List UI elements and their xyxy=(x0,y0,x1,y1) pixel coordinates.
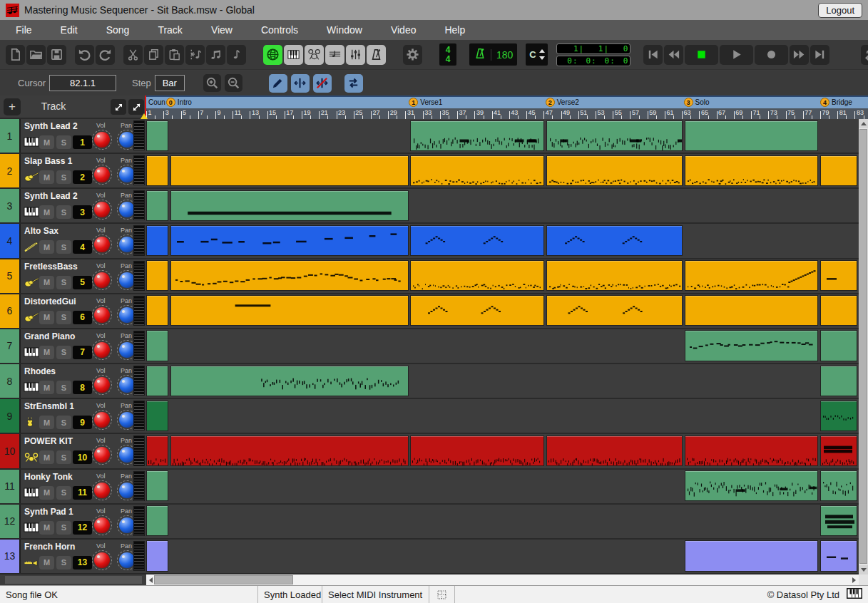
arrangement-row-6[interactable] xyxy=(146,294,859,329)
go-end-button[interactable] xyxy=(810,45,829,65)
volume-knob[interactable] xyxy=(92,375,112,395)
track-name[interactable]: Synth Pad 1 xyxy=(24,507,73,517)
caret-up-icon[interactable] xyxy=(539,49,545,53)
volume-knob[interactable] xyxy=(92,410,112,430)
clip-track9-2[interactable] xyxy=(820,401,857,431)
track-name[interactable]: StrEnsmbl 1 xyxy=(24,401,74,411)
clip-track13-2[interactable] xyxy=(685,540,818,571)
menu-item-video[interactable]: Video xyxy=(381,21,427,38)
clip-track1-2[interactable] xyxy=(410,120,544,151)
track-name[interactable]: Synth Lead 2 xyxy=(24,121,78,131)
section-marker-bridge[interactable]: 4Bridge xyxy=(820,98,852,107)
track-color-strip[interactable]: 12 xyxy=(0,505,21,538)
clip-track7-3[interactable] xyxy=(820,330,857,361)
stop-button[interactable] xyxy=(685,45,718,65)
solo-button[interactable]: S xyxy=(56,381,71,394)
volume-knob[interactable] xyxy=(92,165,112,185)
clip-track12-1[interactable] xyxy=(146,505,168,536)
track-color-strip[interactable]: 8 xyxy=(0,364,21,398)
menu-item-help[interactable]: Help xyxy=(434,21,475,38)
solo-button[interactable]: S xyxy=(56,276,71,289)
mute-button[interactable]: M xyxy=(39,240,54,254)
clip-track3-2[interactable] xyxy=(170,190,409,221)
volume-knob[interactable] xyxy=(92,445,112,465)
track-name[interactable]: Slap Bass 1 xyxy=(24,156,72,166)
clip-track7-2[interactable] xyxy=(685,330,818,361)
menu-item-controls[interactable]: Controls xyxy=(251,21,308,38)
track-row-9[interactable]: 9StrEnsmbl 1MS9VolPan xyxy=(0,399,146,434)
menu-item-view[interactable]: View xyxy=(201,21,242,38)
clip-track6-5[interactable] xyxy=(685,295,818,326)
playhead-flag[interactable] xyxy=(141,113,148,119)
clip-track2-6[interactable] xyxy=(820,155,857,186)
volume-knob[interactable] xyxy=(92,480,112,500)
section-marker-strip[interactable]: Coun 0Intro1Verse12Verse23Solo4Bridge xyxy=(146,96,868,108)
track-row-7[interactable]: 7Grand PianoMS7VolPan xyxy=(0,329,146,364)
solo-button[interactable]: S xyxy=(56,346,71,359)
caret-down-icon[interactable] xyxy=(539,56,545,60)
track-color-strip[interactable]: 6 xyxy=(0,294,21,328)
solo-button[interactable]: S xyxy=(56,521,71,535)
track-row-11[interactable]: 11Honky TonkMS11VolPan xyxy=(0,470,146,505)
zoom-in-button[interactable] xyxy=(203,74,221,92)
menu-item-edit[interactable]: Edit xyxy=(51,21,88,38)
volume-knob[interactable] xyxy=(92,340,112,360)
mute-button[interactable]: M xyxy=(39,556,54,570)
clip-track2-3[interactable] xyxy=(410,155,544,186)
expand-tracks-button[interactable] xyxy=(111,99,126,115)
step-input[interactable]: Bar xyxy=(155,75,185,91)
metronome-button[interactable] xyxy=(367,45,386,65)
clip-track6-2[interactable] xyxy=(170,295,409,326)
clip-track2-2[interactable] xyxy=(170,155,409,186)
track-row-13[interactable]: 13French HornMS13VolPan xyxy=(0,540,146,574)
track-name[interactable]: Grand Piano xyxy=(24,331,75,341)
arrangement-row-10[interactable] xyxy=(146,434,859,469)
arrangement-row-7[interactable] xyxy=(146,329,859,364)
mixer-button[interactable] xyxy=(346,45,365,65)
solo-button[interactable]: S xyxy=(56,240,71,254)
cut-button[interactable] xyxy=(123,45,143,65)
note-shift-button[interactable] xyxy=(185,45,205,65)
clip-track4-4[interactable] xyxy=(546,225,683,256)
globe-button[interactable] xyxy=(263,45,282,65)
clip-track7-1[interactable] xyxy=(146,330,168,361)
track-color-strip[interactable]: 13 xyxy=(0,540,21,573)
track-color-strip[interactable]: 4 xyxy=(0,224,21,257)
track-color-strip[interactable]: 1 xyxy=(0,119,21,153)
menu-item-window[interactable]: Window xyxy=(317,21,372,38)
solo-button[interactable]: S xyxy=(56,556,71,570)
track-name[interactable]: Alto Sax xyxy=(24,226,58,236)
clip-track8-1[interactable] xyxy=(146,366,168,396)
clip-track4-1[interactable] xyxy=(146,225,168,256)
mute-button[interactable]: M xyxy=(39,416,54,429)
arrangement-row-9[interactable] xyxy=(146,399,859,434)
track-name[interactable]: Rhodes xyxy=(24,366,56,376)
time-signature-display[interactable]: 4 4 xyxy=(439,43,456,66)
section-marker-intro[interactable]: 0Intro xyxy=(166,98,192,107)
track-color-strip[interactable]: 11 xyxy=(0,470,21,503)
logout-button[interactable]: Logout xyxy=(818,3,862,18)
arrangement-row-8[interactable] xyxy=(146,364,859,399)
horizontal-scroll-thumb[interactable] xyxy=(154,575,293,584)
arrangement-row-2[interactable] xyxy=(146,154,859,189)
scroll-up-button[interactable] xyxy=(859,119,868,128)
track-color-strip[interactable]: 5 xyxy=(0,259,21,293)
track-row-5[interactable]: 5FretlessBassMS5VolPan xyxy=(0,259,146,294)
drum-kit-button[interactable] xyxy=(305,45,324,65)
arrangement-area[interactable] xyxy=(146,119,859,574)
clip-track5-5[interactable] xyxy=(685,260,818,291)
track-name[interactable]: DistortedGui xyxy=(24,297,76,306)
vertical-scroll-thumb[interactable] xyxy=(859,129,867,564)
arrangement-row-13[interactable] xyxy=(146,540,859,574)
key-spinner[interactable] xyxy=(539,49,545,60)
arrangement-row-1[interactable] xyxy=(146,119,859,154)
mute-button[interactable]: M xyxy=(39,135,54,149)
track-name[interactable]: French Horn xyxy=(24,542,75,552)
track-row-3[interactable]: 3Synth Lead 2MS3VolPan xyxy=(0,189,146,224)
solo-button[interactable]: S xyxy=(56,486,71,500)
track-name[interactable]: POWER KIT xyxy=(24,436,73,446)
mute-button[interactable]: M xyxy=(39,170,54,184)
grid-icon[interactable] xyxy=(429,586,455,603)
track-row-4[interactable]: 4Alto SaxMS4VolPan xyxy=(0,224,146,259)
clip-track2-4[interactable] xyxy=(546,155,683,186)
